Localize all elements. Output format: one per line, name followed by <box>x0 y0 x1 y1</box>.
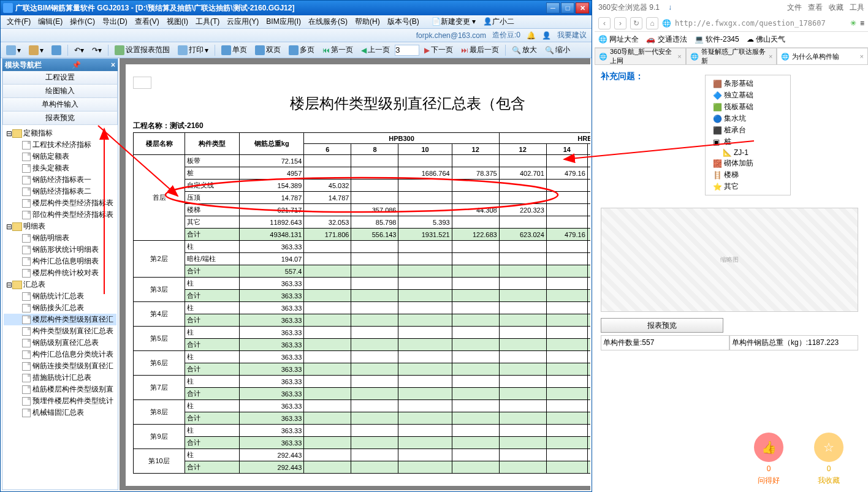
tree-item[interactable]: 钢筋经济指标表二 <box>4 186 116 197</box>
print-button[interactable]: 打印▾ <box>175 43 211 57</box>
report-viewport[interactable]: 楼层构件类型级别直径汇总表（包含 工程名称：测试-2160 编制日期：2018-… <box>120 58 590 490</box>
open-button[interactable]: ▾ <box>26 44 47 57</box>
ext-icon[interactable]: ✳ <box>850 19 856 28</box>
multi-page-button[interactable]: 多页 <box>286 43 318 57</box>
close-button[interactable]: ✕ <box>576 2 589 13</box>
tree-item[interactable]: 预埋件楼层构件类型统计 <box>4 395 116 407</box>
url-field[interactable]: http://e.fwxgx.com/question_178607 <box>675 19 847 28</box>
minimize-button[interactable]: ─ <box>546 2 560 13</box>
tree-item[interactable]: 钢筋连接类型级别直径汇 <box>4 360 116 372</box>
component-tree-item[interactable]: ⭐其它 <box>708 181 788 192</box>
bookmark-item[interactable]: 🌐 网址大全 <box>598 34 639 45</box>
nav-mode-button[interactable]: 报表预览 <box>2 112 118 125</box>
reload-button[interactable]: ↻ <box>630 17 642 29</box>
first-page-button[interactable]: ⏮第一页 <box>319 43 356 57</box>
tree-item[interactable]: 钢筋形状统计明细表 <box>4 244 116 255</box>
menu-item[interactable]: 查看(V) <box>131 15 163 28</box>
tree-item[interactable]: 钢筋统计汇总表 <box>4 290 116 302</box>
menu-item[interactable]: 导出(D) <box>99 15 131 28</box>
undo-button[interactable]: ↶▾ <box>71 44 87 56</box>
menu-item[interactable]: 视图(I) <box>163 15 192 28</box>
tree-item[interactable]: 楼层构件类型级别直径汇 <box>4 314 116 325</box>
maximize-button[interactable]: □ <box>561 2 574 13</box>
tree-item[interactable]: 钢筋明细表 <box>4 232 116 244</box>
browser-menu-item[interactable]: 收藏 <box>829 2 843 13</box>
set-report-range-button[interactable]: 设置报表范围 <box>112 43 173 57</box>
back-button[interactable]: ‹ <box>598 17 611 29</box>
new-button[interactable]: ▾ <box>3 44 24 57</box>
menu-item[interactable]: 帮助(H) <box>351 15 384 28</box>
component-tree-item[interactable]: ⬛桩承台 <box>708 124 788 136</box>
zoom-out-button[interactable]: 🔍缩小 <box>542 43 573 57</box>
menu-icon[interactable]: ≡ <box>860 19 864 28</box>
browser-tab[interactable]: 🌐答疑解惑_广联达服务新× <box>686 48 777 64</box>
tree-item[interactable]: 楼层构件统计校对表 <box>4 267 116 279</box>
tree-item[interactable]: 钢筋级别直径汇总表 <box>4 337 116 349</box>
component-tree-item[interactable]: 🧱砌体加筋 <box>708 157 788 169</box>
new-change-button[interactable]: 📄新建变更 ▾ <box>428 15 479 28</box>
nav-mode-button[interactable]: 工程设置 <box>2 71 118 85</box>
redo-button[interactable]: ↷▾ <box>89 44 105 56</box>
forward-button[interactable]: › <box>614 17 626 29</box>
component-tree-item[interactable]: 🟩筏板基础 <box>708 101 788 113</box>
single-page-button[interactable]: 单页 <box>218 43 250 57</box>
bookmark-item[interactable]: 💻 软件-2345 <box>695 34 739 45</box>
browser-menu-item[interactable]: 文件 <box>787 2 802 13</box>
last-page-button[interactable]: ⏭最后一页 <box>458 43 502 57</box>
menu-item[interactable]: BIM应用(I) <box>262 15 305 28</box>
prev-page-button[interactable]: ◀上一页 <box>358 43 393 57</box>
component-tree-item[interactable]: 🪜楼梯 <box>708 169 788 181</box>
tree-item[interactable]: 植筋楼层构件类型级别直 <box>4 384 116 395</box>
tree-folder[interactable]: ⊟明细表 <box>4 221 116 232</box>
tree-item[interactable]: 机械锚固汇总表 <box>4 407 116 418</box>
tree-item[interactable]: 构件汇总信息明细表 <box>4 255 116 267</box>
next-page-button[interactable]: ▶下一页 <box>421 43 456 57</box>
double-page-button[interactable]: 双页 <box>252 43 284 57</box>
zoom-in-button[interactable]: 🔍放大 <box>509 43 540 57</box>
browser-tab[interactable]: 🌐为什么单构件输× <box>777 48 868 64</box>
feedback-link[interactable]: 我要建议 <box>557 30 587 40</box>
menu-item[interactable]: 操作(C) <box>66 15 99 28</box>
tree-folder[interactable]: ⊟定额指标 <box>4 127 116 139</box>
tree-item[interactable]: 构件类型级别直径汇总表 <box>4 325 116 337</box>
bookmark-item[interactable]: ☁ 佛山天气 <box>747 34 785 45</box>
tree-item[interactable]: 措施筋统计汇总表 <box>4 372 116 384</box>
menu-item[interactable]: 云应用(Y) <box>223 15 262 28</box>
good-question-button[interactable]: 👍 0 问得好 <box>754 433 783 486</box>
menu-item[interactable]: 工具(T) <box>192 15 223 28</box>
tree-item[interactable]: 楼层构件类型经济指标表 <box>4 197 116 209</box>
browser-menu-item[interactable]: 查看 <box>808 2 823 13</box>
component-tree-item[interactable]: 📐ZJ-1 <box>708 148 788 157</box>
page-input[interactable] <box>395 45 419 56</box>
component-tree-item[interactable]: ▣桩 <box>708 136 788 148</box>
menu-item[interactable]: 在线服务(S) <box>305 15 351 28</box>
tree-folder[interactable]: ⊟汇总表 <box>4 279 116 290</box>
user-menu[interactable]: 👤广小二 <box>479 15 518 28</box>
bell-icon[interactable]: 🔔 <box>527 31 536 40</box>
tree-item[interactable]: 接头定额表 <box>4 162 116 174</box>
component-tree-item[interactable]: 🔷独立基础 <box>708 89 788 101</box>
component-tree-item[interactable]: 🟫条形基础 <box>708 78 788 89</box>
pin-icon[interactable]: 📌 <box>72 61 81 69</box>
component-tree-item[interactable]: 🔵集水坑 <box>708 113 788 124</box>
menu-item[interactable]: 版本号(B) <box>384 15 423 28</box>
save-button[interactable] <box>48 44 64 57</box>
tree-item[interactable]: 工程技术经济指标 <box>4 139 116 151</box>
bookmark-item[interactable]: 🚗 交通违法 <box>646 34 687 45</box>
nav-mode-button[interactable]: 绘图输入 <box>2 85 118 98</box>
tree-item[interactable]: 构件汇总信息分类统计表 <box>4 349 116 360</box>
favorite-button[interactable]: ☆ 0 我收藏 <box>814 433 843 486</box>
tree-item[interactable]: 钢筋接头汇总表 <box>4 302 116 314</box>
home-button[interactable]: ⌂ <box>646 17 658 29</box>
nav-mode-button[interactable]: 单构件输入 <box>2 98 118 112</box>
menu-item[interactable]: 编辑(E) <box>34 15 66 28</box>
tree-item[interactable]: 钢筋经济指标表一 <box>4 174 116 186</box>
nav-close-icon[interactable]: × <box>111 61 115 69</box>
tree-item[interactable]: 部位构件类型经济指标表 <box>4 209 116 221</box>
browser-menu-item[interactable]: 工具 <box>850 2 864 13</box>
menu-item[interactable]: 文件(F) <box>3 15 34 28</box>
component-tree[interactable]: 🟫条形基础🔷独立基础🟩筏板基础🔵集水坑⬛桩承台▣桩📐ZJ-1🧱砌体加筋🪜楼梯⭐其… <box>705 75 791 195</box>
tree-item[interactable]: 钢筋定额表 <box>4 151 116 162</box>
user-email[interactable]: forpk.chen@163.com <box>416 31 486 40</box>
browser-tab[interactable]: 🌐360导航_新一代安全上网× <box>595 48 686 64</box>
